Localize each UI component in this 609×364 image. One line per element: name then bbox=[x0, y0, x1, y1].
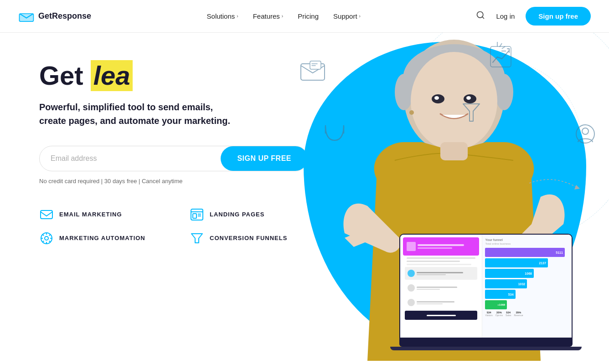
svg-point-20 bbox=[434, 96, 439, 100]
svg-point-17 bbox=[411, 52, 497, 150]
features-grid: EMAIL MARKETING LANDING PAGES bbox=[39, 207, 313, 246]
brand-name: GetResponse bbox=[38, 11, 91, 21]
svg-point-22 bbox=[409, 110, 414, 115]
svg-point-5 bbox=[332, 145, 337, 150]
profile-icon bbox=[575, 124, 595, 144]
laptop-mockup: Your funnel Total online business 5111 2… bbox=[399, 234, 573, 350]
landing-pages-icon bbox=[190, 207, 204, 222]
email-marketing-label: EMAIL MARKETING bbox=[59, 211, 122, 218]
marketing-automation-label: MARKETING AUTOMATION bbox=[59, 235, 145, 241]
svg-point-15 bbox=[395, 74, 413, 110]
landing-pages-label: LANDING PAGES bbox=[210, 211, 264, 218]
feature-email-marketing[interactable]: EMAIL MARKETING bbox=[39, 207, 162, 222]
hero-image-area: Your funnel Total online business 5111 2… bbox=[263, 33, 609, 364]
conversion-funnels-label: CONVERSION FUNNELS bbox=[210, 235, 287, 241]
email-float-icon bbox=[299, 60, 326, 85]
form-note: No credit card required | 30 days free |… bbox=[39, 178, 313, 185]
chart-icon bbox=[488, 44, 513, 71]
hero-section: Your funnel Total online business 5111 2… bbox=[0, 33, 609, 364]
funnel-float-icon bbox=[461, 101, 481, 126]
signup-form: SIGN UP FREE bbox=[39, 146, 308, 171]
conversion-funnels-icon bbox=[190, 231, 204, 246]
nav-features[interactable]: Features › bbox=[253, 12, 284, 20]
chevron-icon: › bbox=[282, 14, 283, 19]
login-link[interactable]: Log in bbox=[496, 12, 515, 20]
logo[interactable]: GetResponse bbox=[18, 11, 91, 22]
email-input[interactable] bbox=[40, 146, 221, 171]
svg-rect-4 bbox=[310, 61, 321, 69]
svg-point-16 bbox=[495, 74, 513, 110]
svg-rect-28 bbox=[193, 214, 196, 218]
hero-highlight: lea bbox=[91, 60, 133, 91]
svg-rect-23 bbox=[440, 142, 468, 160]
search-icon[interactable] bbox=[476, 10, 485, 22]
feature-landing-pages[interactable]: LANDING PAGES bbox=[190, 207, 313, 222]
nav-solutions[interactable]: Solutions › bbox=[207, 12, 238, 20]
navbar: GetResponse Solutions › Features › Prici… bbox=[0, 0, 609, 33]
magnet-float-icon bbox=[322, 124, 347, 153]
svg-point-21 bbox=[466, 96, 471, 100]
email-marketing-icon bbox=[39, 207, 54, 222]
nav-links: Solutions › Features › Pricing Support › bbox=[207, 12, 361, 20]
hero-content: Get lea Powerful, simplified tool to sen… bbox=[39, 60, 313, 246]
svg-rect-10 bbox=[490, 46, 511, 67]
feature-marketing-automation[interactable]: MARKETING AUTOMATION bbox=[39, 231, 162, 246]
svg-point-32 bbox=[45, 236, 48, 240]
svg-point-12 bbox=[582, 128, 588, 134]
nav-pricing[interactable]: Pricing bbox=[298, 12, 319, 20]
chevron-icon: › bbox=[237, 14, 238, 19]
chevron-icon: › bbox=[359, 14, 361, 19]
signup-form-button[interactable]: SIGN UP FREE bbox=[221, 146, 308, 171]
logo-icon bbox=[18, 11, 35, 22]
nav-support[interactable]: Support › bbox=[333, 12, 361, 20]
feature-conversion-funnels[interactable]: CONVERSION FUNNELS bbox=[190, 231, 313, 246]
hero-subtitle: Powerful, simplified tool to send emails… bbox=[39, 100, 313, 128]
svg-rect-25 bbox=[41, 210, 52, 219]
hero-title: Get lea bbox=[39, 60, 313, 91]
marketing-automation-icon bbox=[39, 231, 54, 246]
nav-actions: Log in Sign up free bbox=[476, 7, 591, 26]
signup-button[interactable]: Sign up free bbox=[526, 7, 591, 26]
